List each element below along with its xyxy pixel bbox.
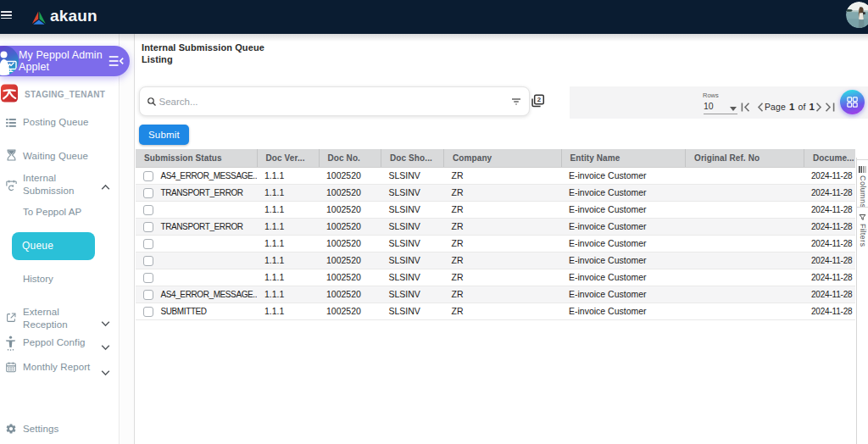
- tenant-row[interactable]: STAGING_TENANT: [0, 84, 120, 104]
- cell-doc_no: 1002520: [319, 303, 381, 319]
- column-header-doc_ver[interactable]: Doc Ver...: [257, 149, 319, 167]
- sidebar-item-posting-queue[interactable]: Posting Queue: [0, 112, 120, 132]
- column-header-date[interactable]: Docume...: [804, 149, 855, 167]
- cell-doc_short: SLSINV: [381, 185, 443, 201]
- sidebar-item-settings[interactable]: Settings: [0, 423, 120, 443]
- cell-doc_ver: 1.1.1: [257, 168, 319, 184]
- cell-doc_no: 1002520: [319, 236, 381, 252]
- akaun-triangle-icon: [31, 10, 47, 25]
- cell-company: ZR: [443, 236, 561, 252]
- sidebar-item-monthly-report[interactable]: Monthly Report: [0, 360, 120, 380]
- table-row[interactable]: 1.1.11002520SLSINVZRE-invoice Customer20…: [136, 202, 855, 219]
- sidebar: My Peppol Admin Applet STAGING_TENANT: [0, 34, 120, 444]
- sidebar-gutter: [120, 34, 135, 444]
- cell-company: ZR: [443, 253, 561, 269]
- sidebar-item-peppol-config[interactable]: Peppol Config: [0, 336, 120, 356]
- sidebar-item-external-reception[interactable]: External Reception: [0, 305, 120, 332]
- cell-doc_no: 1002520: [319, 253, 381, 269]
- apps-grid-button[interactable]: [840, 90, 865, 114]
- pages-icon[interactable]: 2: [530, 94, 545, 108]
- previous-page-button[interactable]: [757, 103, 764, 112]
- sidebar-item-label: Settings: [23, 423, 58, 436]
- cell-ref: [685, 219, 804, 235]
- main-content: Internal Submission Queue Listing 2: [136, 34, 868, 444]
- cell-date: 2024-11-28: [804, 185, 855, 201]
- rows-per-page-select[interactable]: 10: [704, 101, 714, 111]
- sidebar-item-history[interactable]: History: [23, 274, 53, 284]
- table-row[interactable]: AS4_ERROR_MESSAGE...1.1.11002520SLSINVZR…: [136, 286, 855, 303]
- sidebar-item-label: Posting Queue: [23, 116, 88, 129]
- table-row[interactable]: TRANSPORT_ERROR1.1.11002520SLSINVZRE-inv…: [136, 219, 855, 236]
- cell-ref: [685, 286, 804, 302]
- last-page-button[interactable]: [825, 103, 835, 112]
- cell-ref: [685, 168, 804, 184]
- menu-open-icon[interactable]: [108, 55, 124, 67]
- page-current: 1: [789, 102, 795, 112]
- table-header-row: Submission StatusDoc Ver...Doc No.Doc Sh…: [136, 149, 855, 168]
- columns-icon: [859, 166, 866, 173]
- cell-doc_no: 1002520: [319, 269, 381, 286]
- sidebar-item-to-peppol-ap[interactable]: To Peppol AP: [23, 207, 81, 217]
- sidebar-item-label: Waiting Queue: [23, 150, 88, 163]
- chevron-down-icon: [101, 320, 110, 327]
- cell-company: ZR: [443, 303, 561, 319]
- cell-doc_ver: 1.1.1: [257, 202, 319, 218]
- cell-doc_short: SLSINV: [381, 303, 443, 319]
- user-avatar[interactable]: [846, 2, 868, 28]
- cell-doc_ver: 1.1.1: [257, 269, 319, 286]
- table-row[interactable]: 1.1.11002520SLSINVZRE-invoice Customer20…: [136, 253, 855, 269]
- column-header-doc_short[interactable]: Doc Sho...: [381, 149, 443, 167]
- column-header-company[interactable]: Company: [443, 149, 561, 167]
- sidebar-item-queue-active[interactable]: Queue: [12, 232, 95, 260]
- sidebar-item-label: Internal Submission: [23, 172, 84, 197]
- cell-ref: [685, 185, 804, 201]
- filter-list-icon[interactable]: [511, 97, 521, 107]
- column-header-doc_no[interactable]: Doc No.: [319, 149, 381, 167]
- sidebar-item-waiting-queue[interactable]: Waiting Queue: [0, 144, 120, 166]
- tenant-name: STAGING_TENANT: [25, 90, 105, 99]
- table-row[interactable]: 1.1.11002520SLSINVZRE-invoice Customer20…: [136, 236, 855, 253]
- table-row[interactable]: 1.1.11002520SLSINVZRE-invoice Customer20…: [136, 269, 855, 286]
- first-page-button[interactable]: [741, 103, 751, 112]
- column-header-ref[interactable]: Original Ref. No: [685, 149, 804, 167]
- cell-ref: [685, 253, 804, 269]
- cell-doc_ver: 1.1.1: [257, 219, 319, 235]
- column-header-entity[interactable]: Entity Name: [561, 149, 686, 167]
- hamburger-menu-icon[interactable]: [1, 11, 13, 19]
- cell-ref: [685, 236, 804, 252]
- cell-company: ZR: [443, 185, 561, 201]
- columns-tab[interactable]: Columns: [857, 159, 868, 207]
- cell-doc_short: SLSINV: [381, 236, 443, 252]
- cell-ref: [685, 303, 804, 319]
- data-table: Submission StatusDoc Ver...Doc No.Doc Sh…: [136, 149, 855, 320]
- cell-doc_short: SLSINV: [381, 253, 443, 269]
- submit-button[interactable]: Submit: [139, 125, 189, 145]
- cell-doc_ver: 1.1.1: [257, 185, 319, 201]
- cell-status: AS4_ERROR_MESSAGE...: [136, 286, 257, 302]
- of-word: of: [798, 102, 806, 112]
- cell-doc_no: 1002520: [319, 185, 381, 201]
- filters-tab[interactable]: Filters: [857, 207, 868, 256]
- sidebar-item-internal-submission[interactable]: Internal Submission: [0, 171, 120, 198]
- table-row[interactable]: TRANSPORT_ERROR1.1.11002520SLSINVZRE-inv…: [136, 185, 855, 202]
- rows-select-caret-icon[interactable]: [730, 107, 737, 111]
- waiting-queue-icon: [5, 148, 18, 162]
- settings-gear-icon: [5, 423, 17, 435]
- cell-status: [136, 269, 257, 286]
- chevron-up-icon: [101, 184, 110, 191]
- external-reception-icon: [5, 312, 17, 324]
- filters-funnel-icon: [859, 214, 866, 221]
- peppol-config-icon: [5, 336, 16, 352]
- next-page-button[interactable]: [815, 103, 822, 112]
- page-title-line1: Internal Submission Queue: [142, 42, 264, 54]
- cell-entity: E-invoice Customer: [561, 269, 686, 286]
- cell-doc_short: SLSINV: [381, 269, 443, 286]
- table-row[interactable]: SUBMITTED1.1.11002520SLSINVZRE-invoice C…: [136, 303, 855, 320]
- chevron-down-icon: [101, 344, 110, 351]
- applet-header[interactable]: My Peppol Admin Applet: [0, 46, 130, 76]
- search-box: [139, 86, 530, 116]
- table-row[interactable]: AS4_ERROR_MESSAGE...1.1.11002520SLSINVZR…: [136, 168, 855, 185]
- column-header-status[interactable]: Submission Status: [136, 149, 257, 167]
- applet-title: My Peppol Admin Applet: [19, 49, 108, 73]
- search-input[interactable]: [159, 87, 498, 115]
